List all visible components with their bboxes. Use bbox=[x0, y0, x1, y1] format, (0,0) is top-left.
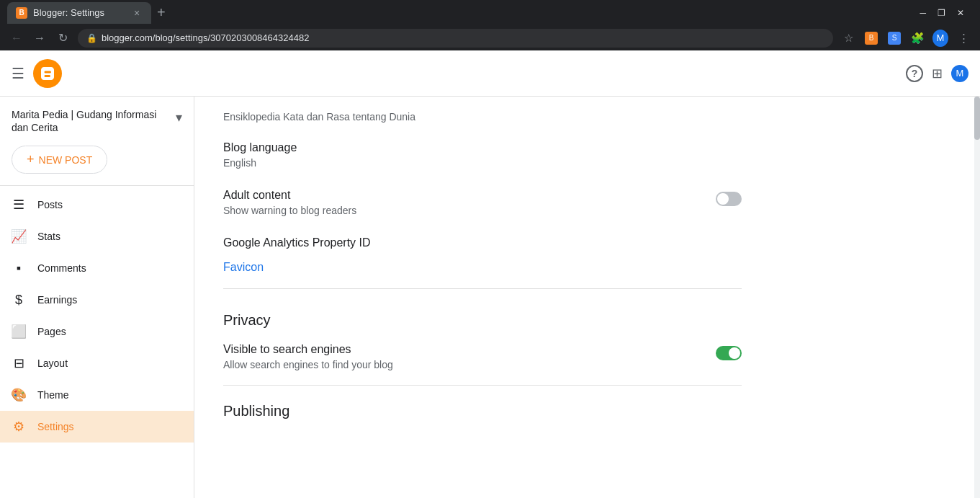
adult-content-toggle-container bbox=[716, 189, 742, 206]
minimize-button[interactable]: ─ bbox=[920, 8, 926, 18]
toggle-thumb bbox=[717, 193, 729, 205]
maximize-button[interactable]: ❐ bbox=[938, 8, 945, 18]
visible-search-toggle[interactable] bbox=[716, 346, 742, 360]
forward-button[interactable]: → bbox=[32, 30, 48, 46]
sidebar-item-posts[interactable]: ☰ Posts bbox=[0, 189, 194, 221]
blog-language-value: English bbox=[223, 157, 742, 180]
menu-button[interactable]: ⋮ bbox=[956, 30, 971, 46]
layout-icon: ⊟ bbox=[12, 356, 26, 370]
sidebar-item-theme[interactable]: 🎨 Theme bbox=[0, 379, 194, 411]
blog-language-title: Blog language bbox=[223, 130, 742, 157]
sidebar-item-settings[interactable]: ⚙ Settings bbox=[0, 411, 194, 443]
analytics-title: Google Analytics Property ID bbox=[223, 225, 742, 252]
publishing-title: Publishing bbox=[223, 391, 742, 425]
sidebar-label-layout: Layout bbox=[37, 357, 68, 369]
section-divider-2 bbox=[223, 385, 742, 386]
app-container: ☰ ? ⊞ M Marita Pedia | Gudang Informasi … bbox=[0, 50, 980, 498]
ext-s-icon[interactable]: S bbox=[886, 30, 902, 46]
address-bar: ← → ↻ 🔒 blogger.com/blog/settings/307020… bbox=[0, 25, 980, 50]
star-icon[interactable]: ☆ bbox=[840, 30, 856, 46]
extensions-button[interactable]: 🧩 bbox=[909, 30, 925, 46]
sidebar-label-settings: Settings bbox=[37, 421, 74, 432]
sidebar-label-pages: Pages bbox=[37, 326, 66, 337]
content-area: Ensiklopedia Kata dan Rasa tentang Dunia… bbox=[194, 97, 980, 498]
adult-content-toggle[interactable] bbox=[716, 192, 742, 206]
browser-chrome: B Blogger: Settings × + ─ ❐ ✕ ← → ↻ 🔒 bl… bbox=[0, 0, 980, 50]
sidebar-label-comments: Comments bbox=[37, 262, 86, 274]
close-button[interactable]: ✕ bbox=[957, 8, 964, 18]
adult-content-left: Adult content Show warning to blog reade… bbox=[223, 189, 716, 216]
adult-content-row: Adult content Show warning to blog reade… bbox=[223, 180, 742, 225]
favicon-link[interactable]: Favicon bbox=[223, 252, 742, 283]
new-post-button-container: + NEW POST bbox=[0, 146, 194, 174]
blogger-extension: B bbox=[865, 32, 878, 45]
url-bar[interactable]: 🔒 blogger.com/blog/settings/307020300846… bbox=[78, 29, 833, 48]
scrollbar-thumb[interactable] bbox=[974, 97, 980, 140]
blogger-logo bbox=[33, 59, 62, 88]
visible-search-desc: Allow search engines to find your blog bbox=[223, 359, 716, 370]
visible-search-title: Visible to search engines bbox=[223, 343, 716, 356]
sidebar: Marita Pedia | Gudang Informasi dan Ceri… bbox=[0, 97, 194, 498]
refresh-button[interactable]: ↻ bbox=[55, 30, 71, 46]
tab-favicon: B bbox=[16, 7, 27, 19]
new-post-label: NEW POST bbox=[39, 154, 93, 166]
active-tab[interactable]: B Blogger: Settings × bbox=[7, 2, 151, 24]
app-header: ☰ ? ⊞ M bbox=[0, 50, 980, 97]
adult-content-title: Adult content bbox=[223, 189, 716, 202]
sidebar-item-pages[interactable]: ⬜ Pages bbox=[0, 316, 194, 347]
privacy-title: Privacy bbox=[223, 301, 742, 334]
section-divider-1 bbox=[223, 288, 742, 289]
window-controls: ─ ❐ ✕ bbox=[920, 8, 973, 18]
sidebar-label-earnings: Earnings bbox=[37, 294, 77, 306]
stats-icon: 📈 bbox=[12, 229, 26, 244]
sidebar-item-layout[interactable]: ⊟ Layout bbox=[0, 347, 194, 379]
sidebar-label-theme: Theme bbox=[37, 389, 69, 401]
lock-icon: 🔒 bbox=[86, 33, 97, 43]
user-avatar[interactable]: M bbox=[951, 65, 968, 82]
apps-button[interactable]: ⊞ bbox=[932, 66, 943, 81]
visible-search-row: Visible to search engines Allow search e… bbox=[223, 334, 742, 379]
help-button[interactable]: ? bbox=[906, 65, 923, 82]
plus-icon: + bbox=[27, 152, 35, 167]
posts-icon: ☰ bbox=[12, 197, 26, 212]
sidebar-divider-1 bbox=[0, 185, 194, 186]
toggle-thumb-on bbox=[729, 347, 740, 359]
s-extension: S bbox=[888, 32, 901, 45]
back-button[interactable]: ← bbox=[9, 30, 24, 46]
theme-icon: 🎨 bbox=[12, 388, 26, 402]
scrollbar-track[interactable] bbox=[974, 97, 980, 498]
settings-icon: ⚙ bbox=[12, 419, 26, 434]
pages-icon: ⬜ bbox=[12, 324, 26, 339]
profile-avatar[interactable]: M bbox=[932, 30, 948, 46]
comments-icon: ▪ bbox=[12, 261, 26, 275]
privacy-section: Privacy Visible to search engines Allow … bbox=[223, 295, 742, 379]
tab-bar: B Blogger: Settings × + ─ ❐ ✕ bbox=[0, 0, 980, 25]
settings-content: Ensiklopedia Kata dan Rasa tentang Dunia… bbox=[194, 97, 770, 425]
tab-title: Blogger: Settings bbox=[33, 7, 104, 18]
hamburger-menu[interactable]: ☰ bbox=[12, 65, 24, 82]
sidebar-item-stats[interactable]: 📈 Stats bbox=[0, 221, 194, 252]
blog-title: Marita Pedia | Gudang Informasi dan Ceri… bbox=[12, 108, 176, 134]
main-layout: Marita Pedia | Gudang Informasi dan Ceri… bbox=[0, 97, 980, 498]
tab-close-button[interactable]: × bbox=[131, 7, 143, 19]
adult-content-desc: Show warning to blog readers bbox=[223, 205, 716, 216]
earnings-icon: $ bbox=[12, 293, 26, 307]
blog-title-section: Marita Pedia | Gudang Informasi dan Ceri… bbox=[0, 97, 194, 140]
sidebar-label-stats: Stats bbox=[37, 231, 60, 242]
url-text: blogger.com/blog/settings/30702030084643… bbox=[102, 32, 309, 43]
sidebar-item-earnings[interactable]: $ Earnings bbox=[0, 284, 194, 316]
new-tab-button[interactable]: + bbox=[151, 4, 171, 21]
sidebar-label-posts: Posts bbox=[37, 199, 63, 210]
new-post-button[interactable]: + NEW POST bbox=[12, 146, 107, 174]
visible-search-toggle-container bbox=[716, 343, 742, 360]
avatar: M bbox=[932, 30, 948, 47]
header-right: ? ⊞ M bbox=[906, 65, 968, 82]
blog-dropdown-arrow[interactable]: ▾ bbox=[176, 110, 182, 125]
blog-description: Ensiklopedia Kata dan Rasa tentang Dunia bbox=[223, 97, 742, 130]
sidebar-item-comments[interactable]: ▪ Comments bbox=[0, 252, 194, 284]
toolbar-icons: ☆ B S 🧩 M ⋮ bbox=[840, 30, 971, 46]
ext-blogger-icon[interactable]: B bbox=[863, 30, 879, 46]
visible-search-left: Visible to search engines Allow search e… bbox=[223, 343, 716, 370]
